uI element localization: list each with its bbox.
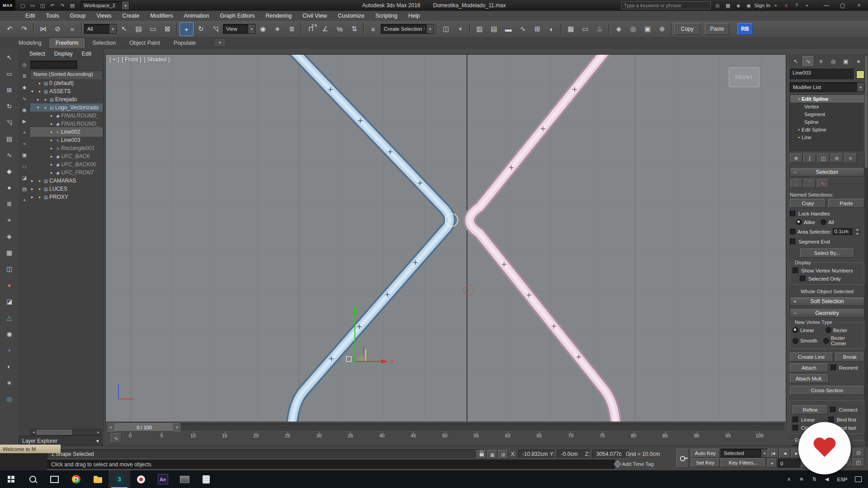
tree-item-luces[interactable]: ▸●▤LUCES	[30, 185, 103, 193]
refine-button[interactable]: Refine	[793, 405, 828, 414]
maximize-viewport-icon[interactable]: ◰	[853, 458, 864, 467]
mirror-tool-icon[interactable]: ◫	[4, 263, 15, 275]
expand-icon[interactable]: ▸	[31, 178, 37, 183]
save-file-icon[interactable]: ◫	[38, 1, 47, 10]
visibility-bulb-icon[interactable]: ●	[42, 98, 48, 102]
capture-app-icon[interactable]	[174, 470, 195, 488]
ribbon-tab-object-paint[interactable]: Object Paint	[123, 38, 167, 48]
bind-to-space-warp-icon[interactable]: ≈	[65, 22, 79, 36]
rectangle-tool-icon[interactable]: ▭	[4, 68, 15, 80]
plugin-icon-4[interactable]: ⊕	[655, 22, 669, 36]
mirror-icon[interactable]: ◫	[439, 22, 453, 36]
se-filter-lights-icon[interactable]: ◉	[20, 106, 28, 114]
rollout-geometry[interactable]: − Geometry	[790, 308, 864, 318]
percent-snap-icon[interactable]: %	[333, 22, 347, 36]
next-frame-arrow-icon[interactable]: >	[174, 423, 180, 432]
toggle-scene-explorer-icon[interactable]: ▥	[472, 22, 486, 36]
tree-item-proxy[interactable]: ▸●▤PROXY	[30, 193, 103, 201]
segment-subobject-icon[interactable]: ⌒	[804, 179, 816, 188]
menu-scripting[interactable]: Scripting	[370, 11, 403, 21]
show-end-result-icon[interactable]: ∫	[803, 154, 816, 163]
viewport-canvas[interactable]: X	[106, 55, 786, 422]
visibility-bulb-icon[interactable]: ●	[48, 130, 54, 134]
stack-item-spline[interactable]: Spline	[790, 118, 864, 126]
alike-radio[interactable]	[796, 219, 802, 225]
communication-center-icon[interactable]: ◈	[735, 3, 742, 9]
align-icon[interactable]: ⌖	[453, 22, 467, 36]
named-selection-sets-dropdown[interactable]: Create Selection Se▾	[381, 24, 434, 34]
previous-frame-icon[interactable]: ◀	[779, 449, 790, 458]
sphere-tool-icon[interactable]: ●	[4, 182, 15, 193]
half-tool-icon[interactable]: ◐	[4, 361, 15, 372]
select-and-move-icon[interactable]: +	[179, 22, 193, 36]
chevron-down-icon[interactable]: ▾	[803, 4, 811, 8]
create-tab-icon[interactable]: ↖	[790, 56, 802, 67]
key-filters-button[interactable]: Key Filters...	[721, 458, 766, 467]
go-to-start-icon[interactable]: |◀	[768, 449, 778, 458]
visibility-bulb-icon[interactable]: ●	[37, 195, 42, 199]
paste-named-selection-button[interactable]: Paste	[828, 199, 864, 208]
auto-key-button[interactable]: Auto Key	[691, 449, 720, 458]
collapse-icon[interactable]: ▾	[37, 105, 42, 110]
absolute-mode-toggle[interactable]: ▦	[487, 450, 497, 459]
menu-rendering[interactable]: Rendering	[260, 11, 297, 21]
triangle-tool-icon[interactable]: △	[4, 312, 15, 324]
scroll-left-icon[interactable]: ◂	[31, 429, 37, 435]
new-scene-icon[interactable]: ▢	[18, 1, 27, 10]
unlink-selection-icon[interactable]: ⊘	[51, 22, 65, 36]
open-file-icon[interactable]: ▭	[28, 1, 37, 10]
se-select-none-icon[interactable]: □	[20, 162, 28, 170]
area-selection-value[interactable]: 0.1cm	[833, 228, 854, 236]
scroll-thumb[interactable]	[865, 55, 868, 168]
select-and-scale-icon[interactable]: ◹	[208, 22, 222, 36]
network-icon[interactable]: ⇅	[808, 476, 821, 482]
attach-button[interactable]: Attach	[790, 363, 828, 372]
se-filter-cameras-icon[interactable]: ▶	[20, 117, 28, 125]
taskbar-search-button[interactable]	[22, 470, 43, 488]
stack-item-segment[interactable]: Segment	[790, 110, 864, 118]
help-icon[interactable]: ?	[793, 3, 800, 8]
rollout-selection[interactable]: − Selection	[790, 167, 864, 177]
select-by-button[interactable]: Select By...	[800, 249, 854, 258]
se-filter-shapes-icon[interactable]: ∿	[20, 94, 28, 103]
edit-named-selection-sets-icon[interactable]: ≡	[366, 22, 380, 36]
track-bar[interactable]: ∿ 05101520253035404550556065707580859095…	[104, 432, 789, 446]
infocenter-search-input[interactable]	[621, 1, 711, 9]
menu-views[interactable]: Views	[91, 11, 117, 21]
bezier-corner-vertex-radio[interactable]	[823, 338, 829, 344]
ribbon-minimize-icon[interactable]: ▾	[213, 38, 226, 47]
layers-tool-icon[interactable]: ▤	[4, 133, 15, 145]
plugin-icon-2[interactable]: ◎	[626, 22, 640, 36]
geometry-tool-icon[interactable]: ◆	[4, 165, 15, 177]
time-slider-thumb[interactable]: 0 / 100	[115, 423, 174, 432]
render-setup-icon[interactable]: ▦	[564, 22, 578, 36]
copy-named-selection-button[interactable]: Copy	[790, 199, 826, 208]
workspace-dropdown[interactable]: Workspace_2 ▾	[80, 1, 129, 10]
se-lock-icon[interactable]: ▤	[20, 185, 28, 193]
selection-filter-dropdown[interactable]: All▾	[84, 24, 117, 34]
visibility-bulb-icon[interactable]: ●	[48, 122, 54, 126]
visibility-bulb-icon[interactable]: ●	[48, 163, 54, 167]
spinner-snap-icon[interactable]: ⇅	[347, 22, 361, 36]
ribbon-tab-modeling[interactable]: Modeling	[12, 38, 48, 48]
close-button[interactable]: ×	[851, 0, 867, 11]
modifier-bulb-icon[interactable]: ●	[796, 128, 802, 131]
cloud-icon[interactable]: ≋	[795, 476, 808, 482]
collapse-icon[interactable]: ▾	[31, 89, 37, 94]
scroll-thumb[interactable]	[37, 430, 72, 435]
scene-explorer-sort-header[interactable]: Name (Sorted Ascending)	[30, 70, 103, 80]
visibility-bulb-icon[interactable]: ●	[48, 138, 54, 142]
spin-down-icon[interactable]: ▾	[855, 232, 860, 236]
tree-item-enrejado[interactable]: ▸●▤Enrejado	[30, 95, 103, 103]
visibility-bulb-icon[interactable]: ●	[37, 89, 42, 94]
sign-in-button[interactable]: ◉ Sign In ▾	[745, 3, 779, 9]
undo-icon[interactable]: ↶	[3, 22, 17, 36]
visibility-bulb-icon[interactable]: ●	[37, 179, 42, 183]
use-pivot-point-center-icon[interactable]: ◉	[256, 22, 270, 36]
closed-checkbox[interactable]	[793, 425, 799, 431]
mesh-tool-icon[interactable]: ▦	[4, 247, 15, 258]
select-and-rotate-icon[interactable]: ↻	[194, 22, 208, 36]
add-time-tag[interactable]: Add Time Tag	[615, 460, 667, 468]
ribbon-tab-selection[interactable]: Selection	[85, 38, 122, 48]
gem-tool-icon[interactable]: ◈	[4, 230, 15, 242]
